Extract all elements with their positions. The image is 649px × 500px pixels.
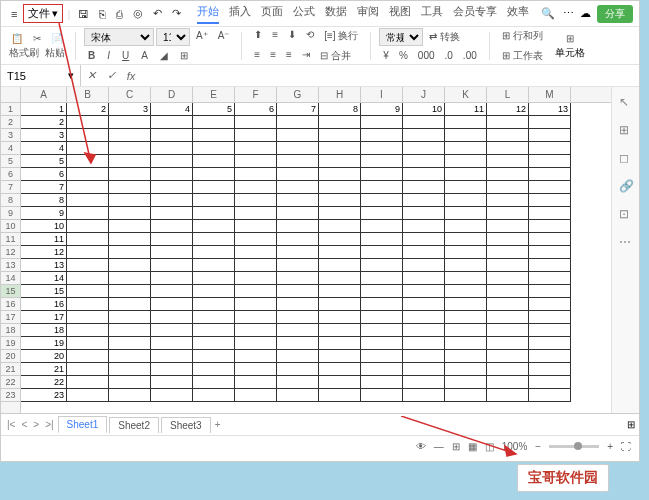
cell[interactable]: [445, 311, 487, 324]
cell[interactable]: [403, 311, 445, 324]
cell[interactable]: [193, 298, 235, 311]
column-header[interactable]: M: [529, 87, 571, 102]
tab-page[interactable]: 页面: [261, 4, 283, 24]
cell[interactable]: [445, 376, 487, 389]
cell[interactable]: 11: [445, 103, 487, 116]
column-header[interactable]: A: [21, 87, 67, 102]
cell[interactable]: [277, 194, 319, 207]
cell[interactable]: [403, 376, 445, 389]
cell[interactable]: [445, 129, 487, 142]
row-header[interactable]: 18: [1, 324, 20, 337]
select-all-corner[interactable]: [1, 87, 21, 103]
cell[interactable]: [445, 233, 487, 246]
cell[interactable]: [529, 272, 571, 285]
cell[interactable]: [109, 116, 151, 129]
cell[interactable]: [235, 363, 277, 376]
cell[interactable]: [67, 142, 109, 155]
cell[interactable]: [487, 142, 529, 155]
cell[interactable]: [109, 376, 151, 389]
cell[interactable]: [67, 194, 109, 207]
cell[interactable]: [235, 311, 277, 324]
row-header[interactable]: 19: [1, 337, 20, 350]
row-header[interactable]: 12: [1, 246, 20, 259]
cell[interactable]: 12: [21, 246, 67, 259]
copy-icon[interactable]: 📋: [7, 31, 27, 46]
cell[interactable]: [487, 272, 529, 285]
row-header[interactable]: 14: [1, 272, 20, 285]
row-header[interactable]: 2: [1, 116, 20, 129]
cell[interactable]: [403, 155, 445, 168]
cell[interactable]: [151, 129, 193, 142]
cell[interactable]: [487, 363, 529, 376]
cell[interactable]: [151, 259, 193, 272]
cell[interactable]: [319, 246, 361, 259]
align-right-icon[interactable]: ≡: [282, 47, 296, 65]
ellipsis-icon[interactable]: ⋯: [563, 7, 574, 20]
cell[interactable]: [487, 129, 529, 142]
cell[interactable]: [361, 311, 403, 324]
row-header[interactable]: 16: [1, 298, 20, 311]
wrap-button[interactable]: [≡] 换行: [320, 27, 362, 45]
cell[interactable]: [403, 324, 445, 337]
cell[interactable]: [529, 116, 571, 129]
column-header[interactable]: D: [151, 87, 193, 102]
cell[interactable]: [277, 311, 319, 324]
cell[interactable]: [193, 376, 235, 389]
cell[interactable]: [109, 324, 151, 337]
row-header[interactable]: 21: [1, 363, 20, 376]
save-icon[interactable]: 🖫: [74, 6, 93, 22]
cell[interactable]: [487, 298, 529, 311]
cell[interactable]: [445, 272, 487, 285]
cell[interactable]: [67, 259, 109, 272]
cell[interactable]: [487, 376, 529, 389]
cell[interactable]: [193, 181, 235, 194]
cell[interactable]: [319, 129, 361, 142]
bold-button[interactable]: B: [84, 48, 99, 63]
cell[interactable]: [277, 259, 319, 272]
cell[interactable]: [445, 168, 487, 181]
cell[interactable]: [193, 285, 235, 298]
cell[interactable]: [529, 311, 571, 324]
cell[interactable]: [319, 155, 361, 168]
cell[interactable]: [109, 285, 151, 298]
cell[interactable]: [529, 181, 571, 194]
cell[interactable]: [277, 181, 319, 194]
search-icon[interactable]: 🔍: [537, 5, 559, 22]
cell[interactable]: 10: [21, 220, 67, 233]
cell[interactable]: [109, 207, 151, 220]
cell[interactable]: [151, 246, 193, 259]
cell[interactable]: [193, 155, 235, 168]
cell[interactable]: [361, 207, 403, 220]
cell[interactable]: [403, 285, 445, 298]
cell[interactable]: 7: [21, 181, 67, 194]
export-icon[interactable]: ⎘: [95, 6, 110, 22]
cell[interactable]: [193, 363, 235, 376]
cell[interactable]: 6: [235, 103, 277, 116]
cut-icon[interactable]: ✂: [29, 31, 45, 46]
tab-tools[interactable]: 工具: [421, 4, 443, 24]
row-header[interactable]: 22: [1, 376, 20, 389]
cell[interactable]: [151, 324, 193, 337]
cell[interactable]: 9: [361, 103, 403, 116]
cell[interactable]: 2: [67, 103, 109, 116]
cell[interactable]: [151, 389, 193, 402]
cell[interactable]: [235, 142, 277, 155]
tab-data[interactable]: 数据: [325, 4, 347, 24]
font-size-select[interactable]: 11: [156, 28, 190, 46]
cell[interactable]: [487, 233, 529, 246]
cell[interactable]: [361, 376, 403, 389]
cell[interactable]: [193, 389, 235, 402]
cell[interactable]: [529, 207, 571, 220]
cell[interactable]: [109, 259, 151, 272]
cell[interactable]: [529, 298, 571, 311]
cell[interactable]: [319, 168, 361, 181]
column-header[interactable]: H: [319, 87, 361, 102]
cell[interactable]: [193, 233, 235, 246]
increase-font-icon[interactable]: A⁺: [192, 28, 212, 46]
decimal-inc-icon[interactable]: .0: [441, 48, 457, 63]
tab-formula[interactable]: 公式: [293, 4, 315, 24]
cell[interactable]: [445, 363, 487, 376]
cell[interactable]: [67, 311, 109, 324]
cell[interactable]: 10: [403, 103, 445, 116]
cell[interactable]: [235, 376, 277, 389]
